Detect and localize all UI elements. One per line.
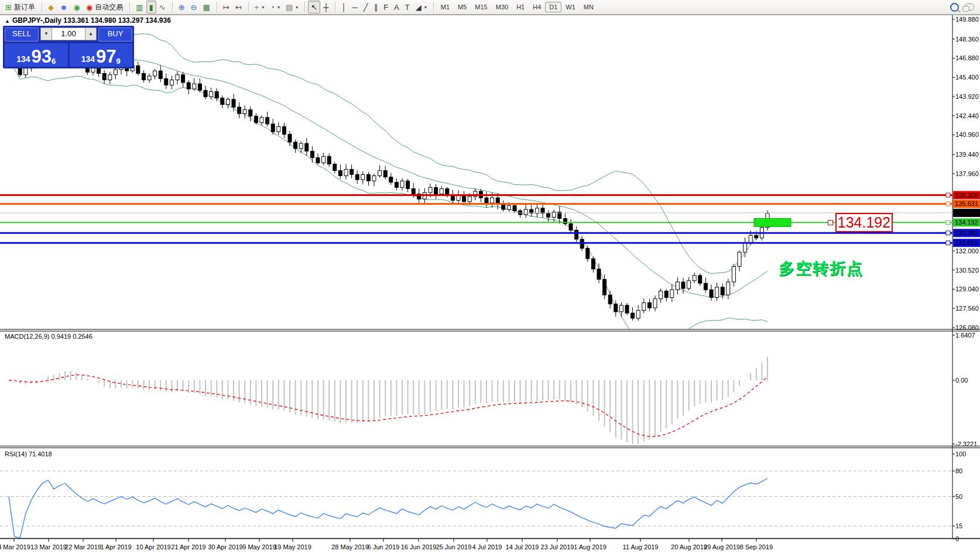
trendline-button[interactable]: ╱	[361, 1, 371, 13]
svg-text:23 Jul 2019: 23 Jul 2019	[541, 543, 574, 550]
timeframe-w1[interactable]: W1	[561, 2, 580, 12]
buy-button[interactable]: BUY	[98, 27, 132, 42]
sell-button[interactable]: SELL	[5, 27, 39, 42]
svg-text:134.192: 134.192	[955, 219, 978, 226]
arrow-objects-dropdown-icon[interactable]: ▾	[424, 5, 427, 10]
order-book-icon: ◆	[48, 4, 54, 11]
horizontal-line-icon: ─	[352, 4, 358, 11]
timeframe-m30[interactable]: M30	[492, 2, 512, 12]
svg-text:127.560: 127.560	[955, 305, 979, 312]
market-signal-icon: ◉	[74, 4, 80, 11]
volume-increase-button[interactable]: ▲	[85, 27, 97, 40]
svg-text:6 Jun 2019: 6 Jun 2019	[368, 543, 399, 550]
vertical-line-button[interactable]: │	[338, 1, 349, 13]
indicators-button[interactable]: +▾	[252, 1, 268, 13]
arrow-objects-icon: ◢	[416, 4, 422, 11]
volume-stepper: ▼ 1.00 ▲	[40, 27, 97, 40]
collapse-panel-icon[interactable]: ▲	[5, 18, 10, 24]
zoom-in-button[interactable]: ⊕	[176, 1, 188, 13]
text-icon: A	[394, 4, 399, 11]
indicators-dropdown-icon[interactable]: ▾	[262, 5, 264, 10]
text-label-button[interactable]: T	[402, 1, 413, 13]
auto-trading-label: 自动交易	[95, 2, 123, 12]
turning-point-annotation[interactable]: 多空转折点	[779, 258, 864, 279]
search-icon[interactable]	[950, 3, 959, 12]
svg-text:10 Apr 2019: 10 Apr 2019	[136, 543, 170, 550]
crosshair-icon: ┼	[323, 4, 328, 11]
svg-text:132.619: 132.619	[955, 239, 978, 246]
trendline-icon: ╱	[364, 4, 368, 11]
volume-decrease-button[interactable]: ▼	[40, 27, 52, 40]
candlestick-chart-button[interactable]: ▮	[146, 1, 156, 13]
svg-text:0: 0	[955, 535, 959, 542]
templates-dropdown-icon[interactable]: ▾	[296, 5, 298, 10]
tile-windows-icon: ▦	[203, 4, 210, 11]
equidistant-channel-button[interactable]: ∥	[371, 1, 381, 13]
svg-text:14 Jul 2019: 14 Jul 2019	[506, 543, 539, 550]
sell-price-big: 93	[32, 48, 52, 66]
svg-text:145.400: 145.400	[955, 74, 979, 81]
zoom-in-icon: ⊕	[179, 4, 185, 11]
svg-text:20 Aug 2019: 20 Aug 2019	[671, 543, 707, 550]
macd-label: MACD(12,26,9) 0.9419 0.2546	[5, 333, 92, 340]
periods-button[interactable]: ◔▾	[267, 1, 283, 13]
arrow-objects-button[interactable]: ◢▾	[413, 1, 430, 13]
timeframe-m15[interactable]: M15	[471, 2, 491, 12]
symbol-ohlc-text: GBPJPY-,Daily 133.361 134.980 133.297 13…	[12, 16, 171, 25]
svg-text:13 Mar 2019: 13 Mar 2019	[30, 543, 67, 550]
timeframe-m5[interactable]: M5	[454, 2, 471, 12]
auto-trading-button[interactable]: ◉自动交易	[83, 1, 126, 13]
line-chart-button[interactable]: ∿	[156, 1, 169, 13]
chart-shift-button[interactable]: ↤	[232, 1, 245, 13]
timeframe-m1[interactable]: M1	[437, 2, 454, 12]
svg-text:50: 50	[955, 493, 962, 500]
zoom-out-icon: ⊖	[191, 4, 197, 11]
chat-icon[interactable]	[965, 4, 974, 11]
periods-icon: ◔	[270, 4, 275, 11]
buy-price-tile[interactable]: 134979	[70, 43, 133, 67]
svg-text:136.306: 136.306	[955, 192, 978, 199]
cursor-button[interactable]: ↖	[308, 1, 320, 13]
svg-text:1.6407: 1.6407	[955, 332, 975, 339]
svg-text:100: 100	[955, 450, 966, 457]
data-window-button[interactable]: ☻	[57, 1, 71, 13]
timeframe-mn[interactable]: MN	[580, 2, 598, 12]
order-book-button[interactable]: ◆	[45, 1, 57, 13]
buy-price-prefix: 134	[81, 53, 95, 66]
new-order-label: 新订单	[14, 2, 35, 12]
svg-text:22 Mar 2019: 22 Mar 2019	[65, 543, 101, 550]
svg-text:1 Aug 2019: 1 Aug 2019	[574, 543, 606, 550]
tile-windows-button[interactable]: ▦	[200, 1, 213, 13]
market-signal-button[interactable]: ◉	[71, 1, 83, 13]
svg-text:140.960: 140.960	[955, 131, 979, 138]
svg-text:4 Jul 2019: 4 Jul 2019	[472, 543, 502, 550]
new-order-button[interactable]: ⊞新订单	[2, 1, 38, 13]
volume-input[interactable]: 1.00	[52, 27, 85, 40]
svg-text:134.936: 134.936	[955, 209, 978, 216]
text-label-icon: T	[405, 4, 410, 11]
timeframe-d1[interactable]: D1	[545, 2, 561, 12]
horizontal-line-button[interactable]: ─	[349, 1, 361, 13]
svg-text:149.880: 149.880	[955, 16, 979, 23]
timeframe-h4[interactable]: H4	[529, 2, 545, 12]
price-annotation-box[interactable]: 134.192	[835, 213, 893, 232]
svg-text:142.440: 142.440	[955, 112, 979, 119]
bar-chart-icon: ▥	[136, 4, 143, 11]
svg-text:133.382: 133.382	[955, 229, 978, 236]
auto-scroll-button[interactable]: ↦	[220, 1, 232, 13]
toolbar-right	[950, 3, 980, 12]
sell-price-tile[interactable]: 134936	[5, 43, 68, 67]
zoom-out-button[interactable]: ⊖	[188, 1, 200, 13]
data-window-icon: ☻	[60, 4, 68, 11]
bar-chart-button[interactable]: ▥	[133, 1, 146, 13]
templates-button[interactable]: ▤▾	[283, 1, 301, 13]
text-button[interactable]: A	[391, 1, 402, 13]
crosshair-button[interactable]: ┼	[320, 1, 331, 13]
auto-trading-icon: ◉	[86, 4, 92, 11]
trendline-anchor[interactable]	[828, 220, 833, 225]
cursor-icon: ↖	[311, 4, 317, 11]
periods-dropdown-icon[interactable]: ▾	[277, 5, 280, 10]
timeframe-h1[interactable]: H1	[512, 2, 529, 12]
buy-price-big: 97	[96, 48, 116, 66]
fibonacci-button[interactable]: F	[381, 1, 391, 13]
